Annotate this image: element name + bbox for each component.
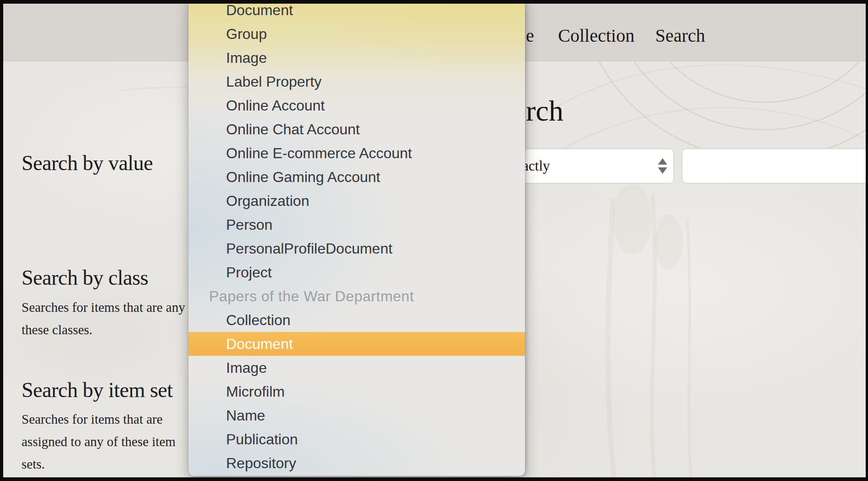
query-operator-value: actly bbox=[522, 149, 550, 182]
page-title: rch bbox=[526, 94, 564, 127]
dropdown-option[interactable]: Online E-commerce Account bbox=[188, 141, 525, 165]
dropdown-option[interactable]: Person bbox=[188, 213, 525, 237]
dropdown-option[interactable]: Image bbox=[188, 356, 525, 380]
nav-item-collection[interactable]: Collection bbox=[558, 27, 635, 45]
dropdown-option[interactable]: Image bbox=[188, 46, 525, 70]
dropdown-option[interactable]: Online Gaming Account bbox=[188, 165, 525, 189]
dropdown-option[interactable]: Online Chat Account bbox=[188, 117, 525, 141]
dropdown-option[interactable]: Document bbox=[188, 4, 525, 22]
dropdown-option[interactable]: Name bbox=[188, 404, 525, 427]
nav-item-partial[interactable]: e bbox=[526, 27, 534, 45]
screenshot-frame: e Collection Search rch Search by value … bbox=[0, 0, 868, 481]
search-by-class-label: Search by class bbox=[22, 266, 148, 290]
dropdown-option[interactable]: Group bbox=[188, 22, 525, 46]
dropdown-group-label: Papers of the War Department bbox=[188, 284, 525, 308]
search-by-value-label: Search by value bbox=[22, 151, 153, 175]
dropdown-option[interactable]: Microfilm bbox=[188, 380, 525, 404]
dropdown-option[interactable]: Online Account bbox=[188, 94, 525, 117]
dropdown-option-selected[interactable]: Document bbox=[188, 332, 525, 356]
search-by-class-description: Searches for items that are any of these… bbox=[22, 296, 201, 341]
query-value-input[interactable] bbox=[682, 149, 866, 183]
dropdown-option[interactable]: Label Property bbox=[188, 70, 525, 94]
search-by-item-set-label: Search by item set bbox=[22, 378, 173, 402]
nav-item-search[interactable]: Search bbox=[655, 27, 705, 45]
search-by-item-set-description: Searches for items that are assigned to … bbox=[22, 408, 201, 475]
advanced-search-page: e Collection Search rch Search by value … bbox=[3, 4, 866, 477]
dropdown-option[interactable]: Organization bbox=[188, 189, 525, 213]
select-stepper-icon bbox=[658, 158, 668, 174]
dropdown-option[interactable]: Project bbox=[188, 260, 525, 284]
dropdown-option[interactable]: Repository bbox=[188, 451, 525, 475]
dropdown-option[interactable]: Publication bbox=[188, 427, 525, 451]
dropdown-option[interactable]: PersonalProfileDocument bbox=[188, 237, 525, 260]
resource-class-dropdown: Document Group Image Label Property Onli… bbox=[188, 4, 525, 476]
dropdown-option[interactable]: Collection bbox=[188, 308, 525, 332]
